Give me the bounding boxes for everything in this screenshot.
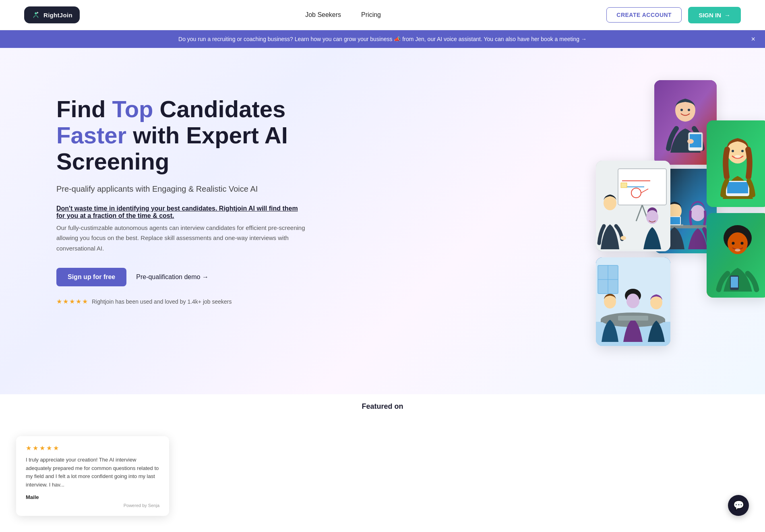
hero-image-5 (596, 161, 670, 251)
signup-button[interactable]: Sign up for free (56, 268, 126, 286)
hero-description: Our fully-custimzable autonomous agents … (56, 223, 306, 254)
hero-image-6 (596, 257, 670, 346)
nav-actions: CREATE ACCOUNT SIGN IN → (606, 7, 741, 23)
logo[interactable]: RightJoin (24, 6, 80, 23)
hero-section: Find Top Candidates Faster with Expert A… (0, 48, 765, 394)
featured-on-label: Featured on (362, 402, 403, 410)
svg-rect-57 (632, 316, 648, 321)
svg-rect-29 (731, 277, 738, 288)
svg-point-30 (735, 249, 740, 252)
hero-desc-bold: Don't waste time in identifying your bes… (56, 205, 306, 219)
star-1: ★ (56, 298, 62, 305)
svg-point-26 (732, 242, 735, 245)
create-account-button[interactable]: CREATE ACCOUNT (606, 7, 682, 23)
hero-title: Find Top Candidates Faster with Expert A… (56, 96, 306, 175)
hero-content: Find Top Candidates Faster with Expert A… (56, 80, 306, 305)
svg-rect-38 (621, 183, 627, 188)
nav-pricing[interactable]: Pricing (361, 11, 381, 19)
star-5: ★ (82, 298, 88, 305)
svg-point-18 (741, 150, 744, 152)
hero-image-4 (707, 213, 765, 298)
svg-point-27 (741, 242, 744, 245)
svg-point-17 (732, 150, 734, 152)
svg-point-42 (620, 236, 626, 240)
star-3: ★ (69, 298, 75, 305)
svg-point-54 (626, 294, 639, 308)
hero-subtitle: Pre-qualify applicants with Engaging & R… (56, 184, 306, 194)
navbar: RightJoin Job Seekers Pricing CREATE ACC… (0, 0, 765, 30)
banner-close-button[interactable]: × (751, 35, 755, 43)
star-4: ★ (76, 298, 81, 305)
sign-in-button[interactable]: SIGN IN → (688, 7, 741, 23)
svg-point-41 (604, 196, 616, 210)
nav-links: Job Seekers Pricing (305, 11, 381, 19)
social-proof-text: Rightjoin has been used and loved by 1.4… (92, 298, 232, 305)
nav-job-seekers[interactable]: Job Seekers (305, 11, 341, 19)
star-2: ★ (63, 298, 68, 305)
svg-rect-56 (618, 316, 634, 321)
banner-text: Do you run a recruiting or coaching busi… (16, 36, 749, 42)
hero-images (564, 80, 765, 362)
hero-buttons: Sign up for free Pre-qualification demo … (56, 268, 306, 286)
svg-point-6 (688, 109, 690, 111)
demo-link-button[interactable]: Pre-qualification demo → (136, 273, 209, 281)
stars-row: ★ ★ ★ ★ ★ (56, 298, 88, 305)
logo-text: RightJoin (43, 12, 72, 19)
announcement-banner: Do you run a recruiting or coaching busi… (0, 30, 765, 48)
featured-on-section: Featured on (0, 394, 765, 419)
svg-point-14 (691, 205, 705, 221)
hero-image-3 (707, 120, 765, 207)
svg-point-21 (734, 155, 741, 158)
svg-rect-20 (727, 182, 748, 193)
logo-icon (31, 10, 40, 19)
svg-point-0 (35, 12, 37, 14)
social-proof: ★ ★ ★ ★ ★ Rightjoin has been used and lo… (56, 298, 306, 305)
svg-point-5 (680, 109, 683, 111)
svg-point-7 (687, 139, 694, 144)
